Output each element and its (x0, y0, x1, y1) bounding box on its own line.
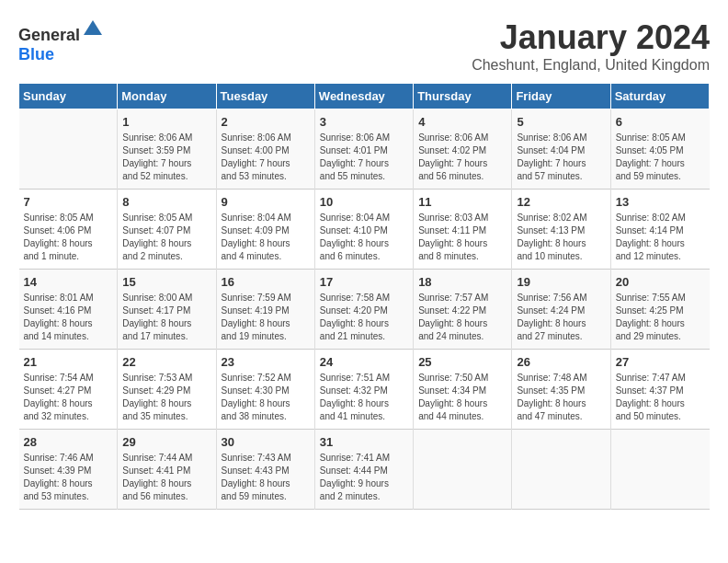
calendar-cell: 28Sunrise: 7:46 AMSunset: 4:39 PMDayligh… (19, 430, 118, 510)
day-info: Sunrise: 8:01 AMSunset: 4:16 PMDaylight:… (24, 292, 113, 343)
day-number: 29 (122, 435, 210, 449)
calendar-cell: 22Sunrise: 7:53 AMSunset: 4:29 PMDayligh… (118, 350, 216, 430)
day-number: 20 (616, 275, 705, 289)
calendar-cell: 30Sunrise: 7:43 AMSunset: 4:43 PMDayligh… (216, 430, 314, 510)
calendar-cell: 7Sunrise: 8:05 AMSunset: 4:06 PMDaylight… (19, 190, 118, 270)
calendar-cell: 25Sunrise: 7:50 AMSunset: 4:34 PMDayligh… (414, 350, 512, 430)
day-info: Sunrise: 8:06 AMSunset: 4:04 PMDaylight:… (517, 132, 605, 183)
title-block: January 2024 Cheshunt, England, United K… (472, 18, 710, 74)
calendar-cell: 26Sunrise: 7:48 AMSunset: 4:35 PMDayligh… (512, 350, 610, 430)
day-number: 9 (222, 195, 310, 209)
day-info: Sunrise: 8:04 AMSunset: 4:09 PMDaylight:… (222, 212, 310, 263)
day-number: 25 (418, 355, 506, 369)
calendar-cell: 1Sunrise: 8:06 AMSunset: 3:59 PMDaylight… (118, 109, 216, 190)
day-info: Sunrise: 7:56 AMSunset: 4:24 PMDaylight:… (517, 292, 605, 343)
calendar-cell: 15Sunrise: 8:00 AMSunset: 4:17 PMDayligh… (118, 270, 216, 350)
calendar-cell: 27Sunrise: 7:47 AMSunset: 4:37 PMDayligh… (610, 350, 709, 430)
day-info: Sunrise: 7:43 AMSunset: 4:43 PMDaylight:… (222, 452, 310, 503)
logo-general: General (18, 26, 80, 44)
day-number: 27 (616, 355, 705, 369)
day-number: 31 (320, 435, 408, 449)
weekday-header-friday: Friday (512, 84, 610, 109)
calendar-cell: 19Sunrise: 7:56 AMSunset: 4:24 PMDayligh… (512, 270, 610, 350)
day-info: Sunrise: 8:02 AMSunset: 4:13 PMDaylight:… (517, 212, 605, 263)
calendar-cell: 4Sunrise: 8:06 AMSunset: 4:02 PMDaylight… (414, 109, 512, 190)
day-info: Sunrise: 7:54 AMSunset: 4:27 PMDaylight:… (24, 372, 113, 423)
day-info: Sunrise: 7:44 AMSunset: 4:41 PMDaylight:… (122, 452, 210, 503)
weekday-header-saturday: Saturday (610, 84, 709, 109)
day-info: Sunrise: 7:55 AMSunset: 4:25 PMDaylight:… (616, 292, 705, 343)
day-info: Sunrise: 8:06 AMSunset: 4:00 PMDaylight:… (222, 132, 310, 183)
weekday-header-wednesday: Wednesday (314, 84, 413, 109)
calendar-cell (610, 430, 709, 510)
calendar-week-2: 7Sunrise: 8:05 AMSunset: 4:06 PMDaylight… (19, 190, 710, 270)
day-number: 23 (222, 355, 310, 369)
day-number: 21 (24, 355, 113, 369)
day-number: 22 (122, 355, 210, 369)
day-number: 8 (122, 195, 210, 209)
day-info: Sunrise: 7:51 AMSunset: 4:32 PMDaylight:… (320, 372, 408, 423)
day-info: Sunrise: 7:52 AMSunset: 4:30 PMDaylight:… (222, 372, 310, 423)
calendar-cell: 17Sunrise: 7:58 AMSunset: 4:20 PMDayligh… (314, 270, 413, 350)
day-info: Sunrise: 8:00 AMSunset: 4:17 PMDaylight:… (122, 292, 210, 343)
day-number: 11 (418, 195, 506, 209)
weekday-header-monday: Monday (118, 84, 216, 109)
day-number: 6 (616, 115, 705, 129)
calendar-week-4: 21Sunrise: 7:54 AMSunset: 4:27 PMDayligh… (19, 350, 710, 430)
calendar-subtitle: Cheshunt, England, United Kingdom (472, 57, 710, 74)
calendar-cell: 29Sunrise: 7:44 AMSunset: 4:41 PMDayligh… (118, 430, 216, 510)
calendar-table: SundayMondayTuesdayWednesdayThursdayFrid… (18, 83, 710, 510)
day-info: Sunrise: 7:53 AMSunset: 4:29 PMDaylight:… (122, 372, 210, 423)
day-number: 18 (418, 275, 506, 289)
calendar-cell: 11Sunrise: 8:03 AMSunset: 4:11 PMDayligh… (414, 190, 512, 270)
day-info: Sunrise: 7:57 AMSunset: 4:22 PMDaylight:… (418, 292, 506, 343)
day-number: 4 (418, 115, 506, 129)
day-number: 2 (222, 115, 310, 129)
day-number: 12 (517, 195, 605, 209)
calendar-cell: 21Sunrise: 7:54 AMSunset: 4:27 PMDayligh… (19, 350, 118, 430)
calendar-body: 1Sunrise: 8:06 AMSunset: 3:59 PMDaylight… (19, 109, 710, 510)
calendar-cell: 31Sunrise: 7:41 AMSunset: 4:44 PMDayligh… (314, 430, 413, 510)
day-number: 19 (517, 275, 605, 289)
day-number: 17 (320, 275, 408, 289)
logo-icon (82, 18, 104, 40)
day-info: Sunrise: 8:03 AMSunset: 4:11 PMDaylight:… (418, 212, 506, 263)
calendar-cell (19, 109, 118, 190)
day-number: 13 (616, 195, 705, 209)
day-info: Sunrise: 8:06 AMSunset: 4:01 PMDaylight:… (320, 132, 408, 183)
day-number: 5 (517, 115, 605, 129)
calendar-cell: 12Sunrise: 8:02 AMSunset: 4:13 PMDayligh… (512, 190, 610, 270)
day-number: 28 (24, 435, 113, 449)
calendar-cell: 5Sunrise: 8:06 AMSunset: 4:04 PMDaylight… (512, 109, 610, 190)
day-info: Sunrise: 8:05 AMSunset: 4:06 PMDaylight:… (24, 212, 113, 263)
logo-blue: Blue (18, 45, 54, 63)
day-number: 1 (122, 115, 210, 129)
calendar-header: SundayMondayTuesdayWednesdayThursdayFrid… (19, 84, 710, 109)
day-info: Sunrise: 7:59 AMSunset: 4:19 PMDaylight:… (222, 292, 310, 343)
calendar-cell: 13Sunrise: 8:02 AMSunset: 4:14 PMDayligh… (610, 190, 709, 270)
day-info: Sunrise: 8:05 AMSunset: 4:05 PMDaylight:… (616, 132, 705, 183)
calendar-cell (512, 430, 610, 510)
day-info: Sunrise: 8:05 AMSunset: 4:07 PMDaylight:… (122, 212, 210, 263)
page-header: General Blue January 2024 Cheshunt, Engl… (18, 18, 710, 74)
calendar-cell: 14Sunrise: 8:01 AMSunset: 4:16 PMDayligh… (19, 270, 118, 350)
calendar-cell: 24Sunrise: 7:51 AMSunset: 4:32 PMDayligh… (314, 350, 413, 430)
calendar-title: January 2024 (472, 18, 710, 57)
day-number: 10 (320, 195, 408, 209)
calendar-cell: 3Sunrise: 8:06 AMSunset: 4:01 PMDaylight… (314, 109, 413, 190)
calendar-cell: 16Sunrise: 7:59 AMSunset: 4:19 PMDayligh… (216, 270, 314, 350)
logo: General Blue (18, 18, 104, 64)
day-number: 15 (122, 275, 210, 289)
day-info: Sunrise: 7:58 AMSunset: 4:20 PMDaylight:… (320, 292, 408, 343)
weekday-header-tuesday: Tuesday (216, 84, 314, 109)
day-number: 24 (320, 355, 408, 369)
day-info: Sunrise: 7:46 AMSunset: 4:39 PMDaylight:… (24, 452, 113, 503)
calendar-cell (414, 430, 512, 510)
calendar-cell: 10Sunrise: 8:04 AMSunset: 4:10 PMDayligh… (314, 190, 413, 270)
weekday-header-row: SundayMondayTuesdayWednesdayThursdayFrid… (19, 84, 710, 109)
weekday-header-sunday: Sunday (19, 84, 118, 109)
day-info: Sunrise: 8:06 AMSunset: 4:02 PMDaylight:… (418, 132, 506, 183)
weekday-header-thursday: Thursday (414, 84, 512, 109)
calendar-week-5: 28Sunrise: 7:46 AMSunset: 4:39 PMDayligh… (19, 430, 710, 510)
calendar-cell: 18Sunrise: 7:57 AMSunset: 4:22 PMDayligh… (414, 270, 512, 350)
